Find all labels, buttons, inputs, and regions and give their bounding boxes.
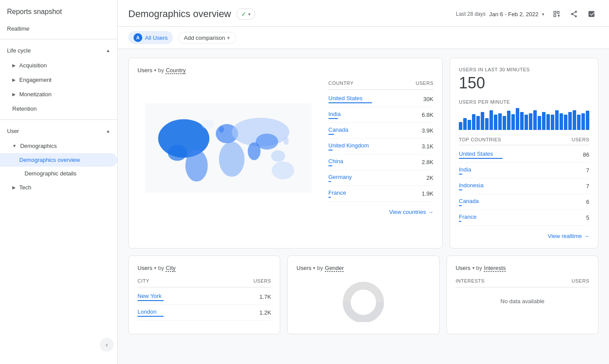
top-country-users: 7 <box>586 167 589 174</box>
tech-arrow: ▶ <box>12 185 16 190</box>
city-by-value[interactable]: City <box>166 265 176 271</box>
top-country-name[interactable]: Canada <box>459 198 479 206</box>
top-country-name[interactable]: India <box>459 166 471 175</box>
table-row: United States 30K <box>328 91 433 107</box>
sidebar-item-tech[interactable]: ▶ Tech <box>0 180 117 195</box>
map-visual <box>137 80 320 215</box>
sidebar-collapse-button[interactable]: ‹ <box>100 338 114 352</box>
country-name-cell[interactable]: United States <box>328 95 372 103</box>
all-users-label: All Users <box>145 35 168 41</box>
top-country-bar <box>459 189 462 190</box>
upm-bar <box>503 116 506 130</box>
top-countries-header: TOP COUNTRIES USERS <box>459 137 589 145</box>
top-row: Users ▾ by Country <box>128 58 598 248</box>
sidebar-item-retention[interactable]: Retention <box>0 102 117 116</box>
sidebar-item-engagement-label: Engagement <box>19 77 52 83</box>
top-country-users: 7 <box>586 183 589 189</box>
upm-bar <box>568 112 572 130</box>
sidebar-section-lifecycle[interactable]: Life cycle ▲ <box>0 43 117 58</box>
city-users-dropdown[interactable]: ▾ <box>154 266 156 270</box>
interests-col-header: INTERESTS <box>456 278 485 284</box>
table-row: United Kingdom 3.1K <box>328 139 433 154</box>
country-users-cell: 6.8K <box>422 112 433 118</box>
status-badge[interactable]: ✓ ▾ <box>236 8 255 20</box>
country-users-cell: 30K <box>423 96 433 102</box>
share-icon-button[interactable] <box>567 7 581 21</box>
gender-users-label: Users <box>296 265 311 271</box>
page-title: Demographics overview <box>128 8 231 20</box>
top-country-bar <box>459 158 503 159</box>
svg-point-3 <box>185 150 208 182</box>
header-icons <box>549 7 598 21</box>
sidebar-section-user-label: User <box>7 128 19 134</box>
sidebar-item-engagement[interactable]: ▶ Engagement <box>0 73 117 87</box>
country-name-cell[interactable]: Canada <box>328 126 349 135</box>
map-users-dropdown[interactable]: ▾ <box>154 68 156 73</box>
country-bar <box>328 197 331 198</box>
top-country-name[interactable]: France <box>459 214 476 222</box>
insights-icon-button[interactable] <box>584 7 598 21</box>
sidebar-subitem-demographics-overview[interactable]: Demographics overview <box>0 153 117 167</box>
table-row: France 1.9K <box>328 186 433 202</box>
top-countries-label: TOP COUNTRIES <box>459 137 501 142</box>
city-table-header: CITY USERS <box>137 278 271 287</box>
interests-users-dropdown[interactable]: ▾ <box>472 266 475 270</box>
date-value: Jan 6 - Feb 2, 2022 <box>489 11 539 18</box>
top-country-bar <box>459 205 462 206</box>
city-name-cell[interactable]: London <box>137 308 164 317</box>
upm-bar <box>581 113 585 130</box>
upm-bar <box>533 110 537 130</box>
table-row: China 2.8K <box>328 154 433 170</box>
all-users-filter[interactable]: A All Users <box>128 31 173 44</box>
map-by-value[interactable]: Country <box>166 67 186 74</box>
demographics-arrow: ▼ <box>12 144 17 148</box>
upm-bar <box>459 122 462 130</box>
world-map-svg <box>145 103 312 193</box>
sidebar-item-monetization-label: Monetization <box>19 91 52 98</box>
svg-point-8 <box>256 133 278 150</box>
top-country-rows: United States 86 India 7 Indonesia 7 Can… <box>459 147 589 226</box>
users-col-header: USERS <box>416 80 433 86</box>
main-header: Demographics overview ✓ ▾ Last 28 days J… <box>118 0 609 27</box>
sidebar-section-user[interactable]: User ▲ <box>0 123 117 139</box>
sidebar-item-tech-label: Tech <box>19 184 31 191</box>
status-check-icon: ✓ <box>241 10 246 18</box>
sidebar-item-monetization[interactable]: ▶ Monetization <box>0 87 117 102</box>
country-name-cell[interactable]: India <box>328 111 341 119</box>
country-users-cell: 2K <box>426 175 433 181</box>
top-country-name[interactable]: United States <box>459 150 503 159</box>
acquisition-arrow: ▶ <box>12 63 16 68</box>
country-col-header: COUNTRY <box>328 80 354 86</box>
country-name-cell[interactable]: United Kingdom <box>328 142 369 150</box>
view-countries-link[interactable]: View countries → <box>328 209 433 215</box>
country-name-cell[interactable]: France <box>328 189 346 198</box>
gender-by-value[interactable]: Gender <box>325 265 344 271</box>
city-name-cell[interactable]: New York <box>137 293 164 301</box>
sidebar-item-realtime[interactable]: Realtime <box>0 22 117 35</box>
country-name-cell[interactable]: Germany <box>328 174 352 182</box>
gender-card: Users ▾ by Gender <box>287 256 439 334</box>
sidebar-subitem-demographic-details[interactable]: Demographic details <box>0 167 117 180</box>
upm-bar <box>560 113 563 130</box>
interests-by-value[interactable]: Interests <box>484 265 506 271</box>
country-bar <box>328 181 331 182</box>
upm-bar <box>485 118 489 130</box>
date-range-selector[interactable]: Last 28 days Jan 6 - Feb 2, 2022 ▾ <box>456 11 544 18</box>
view-realtime-link[interactable]: View realtime → <box>459 233 589 239</box>
top-country-name[interactable]: Indonesia <box>459 182 483 190</box>
sidebar-item-demographics-label: Demographics <box>20 143 57 149</box>
svg-point-13 <box>284 137 289 145</box>
gender-users-dropdown[interactable]: ▾ <box>313 266 315 270</box>
sidebar-item-acquisition[interactable]: ▶ Acquisition <box>0 58 117 73</box>
all-users-avatar: A <box>134 33 142 42</box>
add-comparison-button[interactable]: Add comparison + <box>178 32 236 44</box>
map-by-label: by <box>158 67 164 74</box>
city-bar <box>137 300 164 301</box>
country-table: COUNTRY USERS United States 30K India 6.… <box>328 80 433 215</box>
sidebar-item-acquisition-label: Acquisition <box>19 62 47 69</box>
upm-bar <box>551 115 554 130</box>
sidebar-item-demographics[interactable]: ▼ Demographics <box>0 139 117 153</box>
country-name-cell[interactable]: China <box>328 158 343 166</box>
compare-icon-button[interactable] <box>549 7 563 21</box>
header-left: Demographics overview ✓ ▾ <box>128 8 255 20</box>
